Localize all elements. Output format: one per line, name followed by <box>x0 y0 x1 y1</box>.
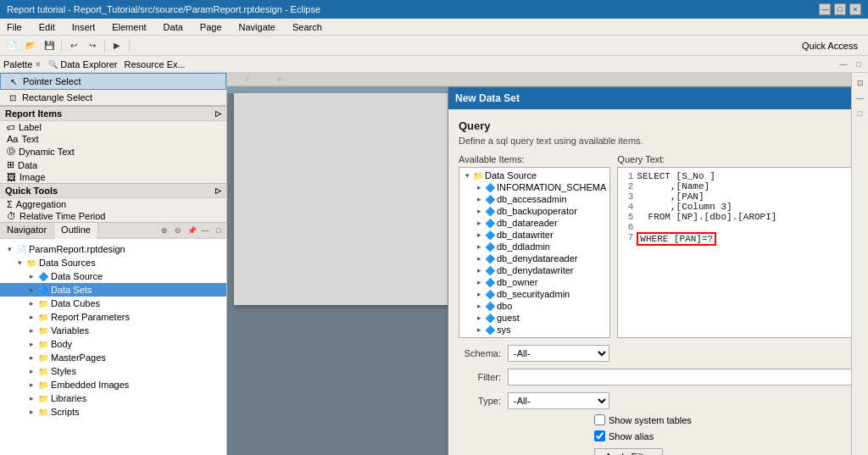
open-btn[interactable]: 📂 <box>22 38 39 53</box>
avail-tree-datasource[interactable]: ▾ 📁 Data Source <box>461 169 608 181</box>
avail-item-info-schema[interactable]: ▸ 🔷 INFORMATION_SCHEMA <box>461 181 608 193</box>
avail-item-denydatawriter[interactable]: ▸ 🔷 db_denydatawriter <box>461 264 608 276</box>
save-btn[interactable]: 💾 <box>41 38 58 53</box>
image-item-text: Image <box>19 172 46 182</box>
tree-item-root[interactable]: ▾ 📄 ParamReport.rptdesign <box>0 242 226 256</box>
report-items-header[interactable]: Report Items ▷ <box>0 106 226 121</box>
relative-time-item[interactable]: ⏱ Relative Time Period <box>0 210 226 222</box>
outline-tab[interactable]: Outline <box>54 223 98 239</box>
tree-item-embedded-images[interactable]: ▸ 📁 Embedded Images <box>0 378 226 391</box>
tree-item-body[interactable]: ▸ 📁 Body <box>0 337 226 351</box>
new-dataset-dialog: New Data Set — □ × Query Define a sql qu… <box>448 86 851 455</box>
image-item[interactable]: 🖼 Image <box>0 171 226 183</box>
avail-item-backupop[interactable]: ▸ 🔷 db_backupoperator <box>461 205 608 217</box>
available-items-panel: Available Items: ▾ 📁 Data Source <box>459 154 610 338</box>
show-system-tables-label: Show system tables <box>609 415 692 425</box>
avail-item-securityadmin[interactable]: ▸ 🔷 db_securityadmin <box>461 288 608 300</box>
avail-item-datareader[interactable]: ▸ 🔷 db_datareader <box>461 217 608 229</box>
menu-file[interactable]: File <box>3 21 25 33</box>
query-line-1: 1 SELECT [S_No ] <box>621 171 851 181</box>
avail-label-ddw: db_denydatawriter <box>497 265 574 275</box>
run-btn[interactable]: ▶ <box>108 38 125 53</box>
undo-btn[interactable]: ↩ <box>65 38 82 53</box>
folder-icon-scripts: 📁 <box>37 406 49 418</box>
show-alias-cb[interactable] <box>594 430 605 441</box>
navigator-tab[interactable]: Navigator <box>0 223 54 238</box>
expand-arrow-datasets: ▸ <box>27 286 36 294</box>
close-btn[interactable]: × <box>849 3 861 15</box>
label-item[interactable]: 🏷 Label <box>0 121 226 133</box>
rp-btn-3[interactable]: □ <box>854 107 867 120</box>
dynamic-text-item[interactable]: Ⓓ Dynamic Text <box>0 145 226 158</box>
rp-btn-1[interactable]: ⊡ <box>854 76 867 90</box>
avail-item-ddladmin[interactable]: ▸ 🔷 db_ddladmin <box>461 241 608 252</box>
expand-arrow-styles: ▸ <box>27 367 36 375</box>
tree-item-libraries[interactable]: ▸ 📁 Libraries <box>0 391 226 405</box>
tree-label-datasources: Data Sources <box>39 258 96 268</box>
avail-item-sys[interactable]: ▸ 🔷 sys <box>461 324 608 336</box>
db-icon-is: 🔷 <box>485 183 495 192</box>
minimize-btn[interactable]: — <box>819 3 831 15</box>
new-btn[interactable]: 📄 <box>3 38 20 53</box>
tree-item-datasets[interactable]: ▸ 🔷 Data Sets <box>0 283 226 297</box>
query-text-editor[interactable]: 1 SELECT [S_No ] 2 ,[Name] <box>617 167 851 338</box>
nav-pin-btn[interactable]: 📌 <box>186 225 198 236</box>
avail-label-ddr: db_denydatareader <box>497 253 577 264</box>
redo-btn[interactable]: ↪ <box>84 38 101 53</box>
minimize-panel-btn[interactable]: — <box>837 58 849 70</box>
tree-item-report-params[interactable]: ▸ 📁 Report Parameters <box>0 310 226 324</box>
schema-label: Schema: <box>459 348 501 358</box>
avail-item-dbo[interactable]: ▸ 🔷 dbo <box>461 300 608 312</box>
nav-maximize-btn[interactable]: □ <box>213 225 225 236</box>
nav-collapse-btn[interactable]: ⊖ <box>172 225 184 236</box>
avail-item-guest[interactable]: ▸ 🔷 guest <box>461 312 608 324</box>
show-system-tables-cb[interactable] <box>594 414 605 425</box>
schema-select[interactable]: -All- <box>508 345 609 362</box>
available-items-tree[interactable]: ▾ 📁 Data Source ▸ 🔷 <box>459 167 610 338</box>
tree-item-datasources[interactable]: ▾ 📁 Data Sources <box>0 256 226 269</box>
text-item[interactable]: Aa Text <box>0 133 226 145</box>
left-sidebar: ↖ Pointer Select ⊡ Rectangle Select Repo… <box>0 73 227 455</box>
pointer-select-tool[interactable]: ↖ Pointer Select <box>0 73 226 90</box>
tree-item-datacubes[interactable]: ▸ 📁 Data Cubes <box>0 297 226 310</box>
query-line-7: 7 WHERE [PAN]=? <box>621 232 851 246</box>
nav-expand-btn[interactable]: ⊕ <box>159 225 170 236</box>
avail-item-owner[interactable]: ▸ 🔷 db_owner <box>461 276 608 288</box>
tree-item-scripts[interactable]: ▸ 📁 Scripts <box>0 405 226 419</box>
avail-item-denydatareader[interactable]: ▸ 🔷 db_denydatareader <box>461 252 608 264</box>
avail-item-accessadmin[interactable]: ▸ 🔷 db_accessadmin <box>461 193 608 205</box>
nav-minimize-btn[interactable]: — <box>199 225 211 236</box>
resource-ex-tab[interactable]: Resource Ex... <box>125 59 186 69</box>
main-area: ↖ Pointer Select ⊡ Rectangle Select Repo… <box>0 73 868 455</box>
tree-item-masterpages[interactable]: ▸ 📁 MasterPages <box>0 351 226 364</box>
avail-item-datawriter[interactable]: ▸ 🔷 db_datawriter <box>461 229 608 241</box>
tree-item-datasource[interactable]: ▸ 🔷 Data Source <box>0 269 226 283</box>
aggregation-item[interactable]: Σ Aggregation <box>0 198 226 210</box>
expand-arrow-datacubes: ▸ <box>27 299 36 308</box>
tree-item-styles[interactable]: ▸ 📁 Styles <box>0 364 226 378</box>
menu-navigate[interactable]: Navigate <box>236 21 279 33</box>
panels-label-row: Palette ✕ 🔍 Data Explorer Resource Ex...… <box>0 56 868 73</box>
menu-page[interactable]: Page <box>197 21 225 33</box>
db-icon-dr: 🔷 <box>485 219 495 228</box>
modal-overlay: New Data Set — □ × Query Define a sql qu… <box>227 86 851 455</box>
menu-data[interactable]: Data <box>160 21 186 33</box>
data-item[interactable]: ⊞ Data <box>0 158 226 171</box>
menu-search[interactable]: Search <box>289 21 326 33</box>
palette-tab[interactable]: Palette ✕ <box>3 59 42 69</box>
rp-btn-2[interactable]: — <box>854 92 867 105</box>
quick-tools-header[interactable]: Quick Tools ▷ <box>0 183 226 198</box>
menu-edit[interactable]: Edit <box>36 21 58 33</box>
tree-item-variables[interactable]: ▸ 📁 Variables <box>0 324 226 337</box>
window-title: Report tutorial - Report_Tutorial/src/so… <box>7 4 320 14</box>
menu-element[interactable]: Element <box>108 21 149 33</box>
maximize-btn[interactable]: □ <box>834 3 846 15</box>
data-explorer-tab[interactable]: 🔍 Data Explorer <box>48 59 117 69</box>
center-area: · · · · 7 · · · · · · · 8 · · New Data S… <box>227 73 851 455</box>
rectangle-select-tool[interactable]: ⊡ Rectangle Select <box>0 90 226 105</box>
maximize-panel-btn[interactable]: □ <box>853 58 865 70</box>
apply-filter-btn[interactable]: Apply Filter <box>594 448 663 455</box>
filter-input[interactable] <box>508 369 851 386</box>
menu-insert[interactable]: Insert <box>69 21 99 33</box>
type-select[interactable]: -All- <box>508 392 609 409</box>
